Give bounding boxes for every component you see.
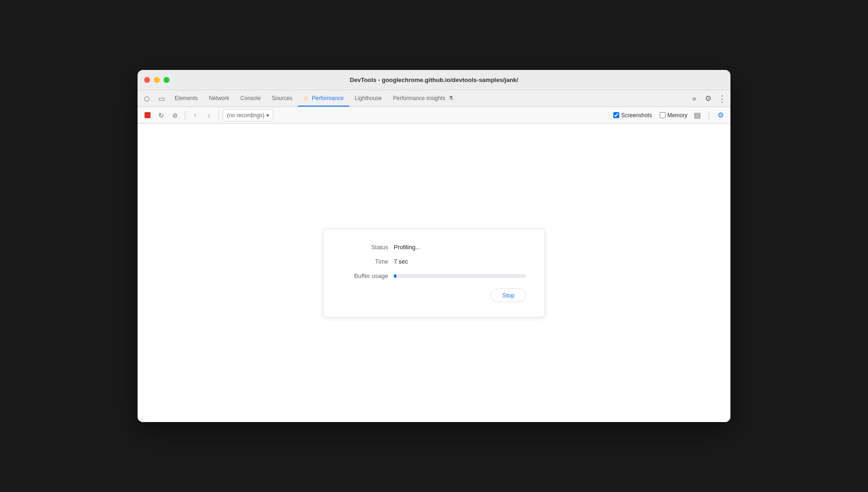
devtools-window: DevTools - googlechrome.github.io/devtoo… <box>138 70 730 422</box>
flask-icon: ⚗ <box>448 95 453 101</box>
chevron-right-icon: » <box>692 95 697 103</box>
cursor-icon-btn[interactable]: ⬡ <box>139 90 154 107</box>
time-row: Time 7 sec <box>342 258 526 265</box>
capture-settings-gear-icon: ⚙ <box>717 111 724 120</box>
time-value: 7 sec <box>394 258 408 265</box>
dropdown-chevron-icon: ▾ <box>266 112 269 119</box>
record-stop-icon <box>145 112 151 118</box>
memory-toggle[interactable]: Memory <box>660 112 687 119</box>
reload-profile-button[interactable]: ↻ <box>155 109 167 121</box>
screenshots-checkbox[interactable] <box>613 112 619 118</box>
warning-icon: ⚠ <box>303 95 308 101</box>
maximize-button[interactable] <box>164 77 170 83</box>
status-panel: Status Profiling... Time 7 sec Buffer us… <box>323 228 545 317</box>
more-tabs-button[interactable]: » <box>688 90 701 107</box>
clear-button[interactable]: ⊘ <box>169 109 181 121</box>
minimize-button[interactable] <box>154 77 160 83</box>
window-title: DevTools - googlechrome.github.io/devtoo… <box>350 76 518 83</box>
download-profile-button[interactable]: ↓ <box>203 109 215 121</box>
status-row: Status Profiling... <box>342 244 526 251</box>
recordings-value: (no recordings) <box>227 112 264 119</box>
close-button[interactable] <box>144 77 150 83</box>
buffer-row: Buffer usage <box>342 272 526 279</box>
dots-menu-icon: ⋮ <box>718 94 726 104</box>
stop-recording-button[interactable] <box>141 109 153 121</box>
toolbar-divider <box>185 111 185 120</box>
memory-icon-btn[interactable]: ▤ <box>691 109 703 121</box>
screenshots-label: Screenshots <box>621 112 652 119</box>
buffer-bar-container <box>394 274 526 278</box>
gear-icon: ⚙ <box>705 94 711 103</box>
window-controls <box>144 77 170 83</box>
device-icon: ▭ <box>158 95 165 103</box>
upload-icon: ↑ <box>194 112 197 119</box>
memory-label: Memory <box>667 112 687 119</box>
device-toggle-btn[interactable]: ▭ <box>154 90 169 107</box>
status-value: Profiling... <box>394 244 421 251</box>
stop-button-row: Stop <box>342 289 526 302</box>
stop-button[interactable]: Stop <box>491 289 526 302</box>
tab-console[interactable]: Console <box>235 90 266 107</box>
devtools-settings-button[interactable]: ⚙ <box>701 90 716 107</box>
tab-lighthouse[interactable]: Lighthouse <box>349 90 388 107</box>
toolbar-divider-2 <box>219 111 219 120</box>
cursor-icon: ⬡ <box>144 95 150 102</box>
status-label: Status <box>342 244 388 251</box>
devtools-menu-button[interactable]: ⋮ <box>716 90 729 107</box>
title-bar: DevTools - googlechrome.github.io/devtoo… <box>138 70 730 90</box>
screenshots-toggle[interactable]: Screenshots <box>613 112 652 119</box>
tab-network[interactable]: Network <box>203 90 235 107</box>
clear-icon: ⊘ <box>172 112 178 119</box>
memory-icon: ▤ <box>694 111 701 120</box>
reload-icon: ↻ <box>158 112 164 119</box>
recordings-dropdown[interactable]: (no recordings) ▾ <box>223 109 273 121</box>
buffer-label: Buffer usage <box>342 272 388 279</box>
toolbar-divider-3 <box>709 111 709 120</box>
memory-checkbox[interactable] <box>660 112 666 118</box>
tab-elements[interactable]: Elements <box>169 90 203 107</box>
main-content: Status Profiling... Time 7 sec Buffer us… <box>138 124 730 422</box>
download-icon: ↓ <box>208 112 211 119</box>
upload-profile-button[interactable]: ↑ <box>189 109 201 121</box>
time-label: Time <box>342 258 388 265</box>
tab-performance[interactable]: ⚠ Performance <box>298 90 349 107</box>
buffer-bar-fill <box>394 274 396 278</box>
tab-sources[interactable]: Sources <box>266 90 298 107</box>
devtools-tab-bar: ⬡ ▭ Elements Network Console Sources ⚠ P… <box>138 90 730 107</box>
performance-toolbar: ↻ ⊘ ↑ ↓ (no recordings) ▾ Screenshots Me… <box>138 107 730 124</box>
capture-settings-button[interactable]: ⚙ <box>715 109 727 121</box>
tab-performance-insights[interactable]: Performance insights ⚗ <box>388 90 459 107</box>
